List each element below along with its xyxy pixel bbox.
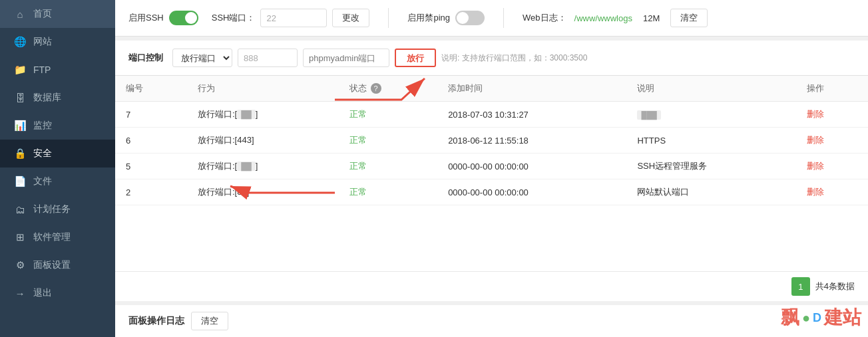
sidebar-item-database[interactable]: 🗄 数据库	[0, 84, 115, 112]
status-help-icon[interactable]: ?	[371, 83, 381, 94]
port-control-bar: 端口控制 放行端口 放行 说明: 支持放行端口范围，如：3000:3500	[115, 41, 868, 76]
sidebar-item-panel[interactable]: ⚙ 面板设置	[0, 251, 115, 279]
total-count: 共4条数据	[815, 281, 855, 292]
cell-id: 6	[115, 128, 187, 154]
phpmyadmin-port-input[interactable]	[303, 49, 389, 67]
ftp-icon: 📁	[13, 64, 27, 76]
sidebar-label-file: 文件	[33, 175, 52, 187]
delete-link[interactable]: 删除	[807, 161, 824, 171]
website-icon: 🌐	[13, 36, 27, 48]
sidebar-label-security: 安全	[33, 148, 52, 160]
col-action: 操作	[796, 76, 868, 102]
database-icon: 🗄	[13, 92, 27, 104]
sidebar: ⌂ 首页 🌐 网站 📁 FTP 🗄 数据库 📊 监控 🔒 安全 📄 文件 🗂 计…	[0, 0, 115, 337]
cell-time: 2018-07-03 10:31:27	[437, 102, 626, 128]
cell-action[interactable]: 删除	[796, 128, 868, 154]
col-behavior: 行为	[187, 76, 339, 102]
weblog-label: Web日志：	[523, 12, 566, 24]
delete-link[interactable]: 删除	[807, 109, 824, 119]
note-blurred: ███	[637, 110, 660, 120]
log-clear-button[interactable]: 清空	[191, 312, 228, 330]
cell-note: ███	[626, 102, 796, 128]
port-table-section: 编号 行为 状态 ? 添加时间 说明 操作 7 放行端口:[██] 正常 201…	[115, 76, 868, 271]
security-icon: 🔒	[13, 148, 27, 160]
table-header-row: 编号 行为 状态 ? 添加时间 说明 操作	[115, 76, 868, 102]
pagination-bar: 1 共4条数据	[115, 271, 868, 301]
ping-label: 启用禁ping	[407, 12, 450, 24]
panel-icon: ⚙	[13, 259, 27, 271]
sidebar-item-crontab[interactable]: 🗂 计划任务	[0, 195, 115, 223]
col-note: 说明	[626, 76, 796, 102]
separator-2	[503, 8, 504, 28]
monitor-icon: 📊	[13, 120, 27, 132]
cell-action[interactable]: 删除	[796, 179, 868, 205]
table-row: 5 放行端口:[██] 正常 0000-00-00 00:00:00 SSH远程…	[115, 154, 868, 179]
cell-note: 网站默认端口	[626, 179, 796, 205]
ssh-port-input[interactable]	[260, 9, 327, 27]
sidebar-item-security[interactable]: 🔒 安全	[0, 140, 115, 168]
separator-1	[388, 8, 389, 28]
sidebar-item-ftp[interactable]: 📁 FTP	[0, 56, 115, 84]
ssh-label: 启用SSH	[128, 12, 164, 24]
crontab-icon: 🗂	[13, 204, 27, 215]
ssh-toggle[interactable]	[169, 11, 198, 25]
sidebar-item-monitor[interactable]: 📊 监控	[0, 112, 115, 140]
sidebar-label-logout: 退出	[33, 287, 52, 299]
sidebar-label-database: 数据库	[33, 92, 61, 104]
ping-group: 启用禁ping	[407, 11, 485, 25]
sidebar-item-website[interactable]: 🌐 网站	[0, 28, 115, 56]
cell-behavior: 放行端口:[80]	[187, 179, 339, 205]
software-icon: ⊞	[13, 231, 27, 243]
main-content: 启用SSH SSH端口： 更改 启用禁ping Web日志： /www/wwwl…	[115, 0, 868, 337]
ping-toggle[interactable]	[455, 11, 485, 25]
ssh-change-button[interactable]: 更改	[332, 9, 369, 27]
cell-time: 2018-06-12 11:55:18	[437, 128, 626, 154]
delete-link[interactable]: 删除	[807, 187, 824, 197]
col-time: 添加时间	[437, 76, 626, 102]
cell-note: HTTPS	[626, 128, 796, 154]
cell-status: 正常	[339, 179, 437, 205]
page-1-button[interactable]: 1	[791, 277, 810, 296]
top-bar: 启用SSH SSH端口： 更改 启用禁ping Web日志： /www/wwwl…	[115, 0, 868, 37]
weblog-clear-button[interactable]: 清空	[670, 9, 708, 27]
table-row: 6 放行端口:[443] 正常 2018-06-12 11:55:18 HTTP…	[115, 128, 868, 154]
port-hint: 说明: 支持放行端口范围，如：3000:3500	[441, 53, 587, 64]
sidebar-item-home[interactable]: ⌂ 首页	[0, 0, 115, 28]
ssh-port-group: SSH端口： 更改	[212, 9, 370, 27]
ssh-port-label: SSH端口：	[212, 12, 256, 24]
cell-status: 正常	[339, 154, 437, 179]
weblog-path: /www/wwwlogs	[574, 13, 632, 23]
sidebar-item-software[interactable]: ⊞ 软件管理	[0, 223, 115, 251]
col-id: 编号	[115, 76, 187, 102]
port-table: 编号 行为 状态 ? 添加时间 说明 操作 7 放行端口:[██] 正常 201…	[115, 76, 868, 205]
sidebar-label-ftp: FTP	[33, 64, 51, 75]
port-control-label: 端口控制	[128, 52, 163, 64]
log-title: 面板操作日志	[128, 315, 184, 327]
weblog-group: Web日志： /www/wwwlogs 12M 清空	[523, 9, 708, 27]
cell-status: 正常	[339, 128, 437, 154]
cell-time: 0000-00-00 00:00:00	[437, 154, 626, 179]
sidebar-label-home: 首页	[33, 8, 52, 20]
cell-action[interactable]: 删除	[796, 154, 868, 179]
cell-action[interactable]: 删除	[796, 102, 868, 128]
cell-behavior: 放行端口:[443]	[187, 128, 339, 154]
cell-id: 7	[115, 102, 187, 128]
sidebar-label-website: 网站	[33, 36, 52, 48]
ssh-group: 启用SSH	[128, 11, 198, 25]
port-action-button[interactable]: 放行	[395, 49, 436, 67]
table-row: 2 放行端口:[80] 正常 0000-00-00 00:00:00 网站默认端…	[115, 179, 868, 205]
sidebar-item-file[interactable]: 📄 文件	[0, 168, 115, 195]
cell-note: SSH远程管理服务	[626, 154, 796, 179]
delete-link[interactable]: 删除	[807, 135, 824, 145]
port-value-input[interactable]	[238, 49, 298, 67]
file-icon: 📄	[13, 175, 27, 187]
weblog-size: 12M	[643, 13, 660, 23]
col-status: 状态 ?	[339, 76, 437, 102]
cell-status: 正常	[339, 102, 437, 128]
port-type-select[interactable]: 放行端口	[172, 49, 232, 67]
sidebar-label-panel: 面板设置	[33, 259, 71, 271]
cell-time: 0000-00-00 00:00:00	[437, 179, 626, 205]
cell-id: 5	[115, 154, 187, 179]
sidebar-label-crontab: 计划任务	[33, 203, 71, 215]
sidebar-item-logout[interactable]: → 退出	[0, 279, 115, 307]
